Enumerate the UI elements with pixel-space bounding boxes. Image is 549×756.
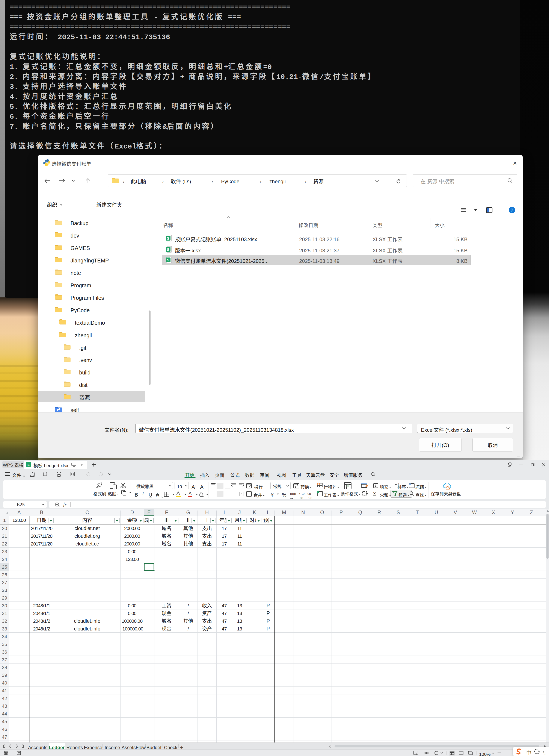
svg-text:13: 13: [237, 625, 242, 632]
svg-text:2017/11/20: 2017/11/20: [31, 540, 53, 547]
svg-text:17: 17: [222, 540, 227, 547]
svg-text:2048/1/1: 2048/1/1: [33, 602, 50, 609]
svg-text:28: 28: [2, 586, 7, 593]
svg-text:其他: 其他: [183, 524, 193, 532]
svg-text:P: P: [339, 509, 343, 516]
svg-text:0.00: 0.00: [128, 548, 136, 555]
svg-text:39: 39: [2, 671, 7, 678]
svg-text:K: K: [253, 509, 256, 516]
svg-text:其他: 其他: [183, 617, 193, 624]
svg-text:29: 29: [2, 594, 7, 601]
svg-text:42: 42: [2, 694, 7, 701]
svg-text:资产: 资产: [202, 625, 212, 632]
svg-text:其他: 其他: [183, 540, 193, 547]
svg-text:P: P: [267, 617, 270, 624]
svg-text:S: S: [167, 248, 169, 252]
svg-text:2017/11/20: 2017/11/20: [31, 524, 53, 531]
svg-text:0.00: 0.00: [128, 609, 136, 616]
svg-text:支出: 支出: [202, 524, 212, 532]
svg-text:2000.00: 2000.00: [124, 540, 140, 547]
svg-text:其他: 其他: [183, 532, 193, 539]
svg-text:P: P: [267, 601, 270, 609]
svg-text:22: 22: [2, 540, 7, 547]
svg-text:38: 38: [2, 664, 7, 670]
svg-text:内容: 内容: [82, 516, 92, 523]
svg-text:25: 25: [2, 563, 7, 570]
svg-text:43: 43: [2, 702, 7, 709]
svg-text:I: I: [224, 509, 225, 516]
svg-text:V: V: [454, 509, 457, 516]
svg-text:2000.00: 2000.00: [124, 524, 140, 531]
svg-text:工资: 工资: [162, 601, 171, 609]
svg-text:2017/11/20: 2017/11/20: [31, 532, 53, 539]
svg-text:123.00: 123.00: [126, 555, 139, 562]
svg-text:日期: 日期: [37, 516, 47, 523]
svg-text:cloudlet.info: cloudlet.info: [74, 617, 100, 624]
svg-text:2048/1/2: 2048/1/2: [33, 617, 50, 624]
svg-text:P: P: [267, 609, 270, 617]
svg-text:N: N: [301, 509, 305, 516]
svg-text:O: O: [320, 509, 324, 516]
svg-text:Y: Y: [511, 509, 514, 516]
svg-text:Ⅲ: Ⅲ: [164, 516, 169, 523]
svg-text:17: 17: [222, 532, 227, 539]
svg-text:40: 40: [2, 679, 7, 686]
svg-text:21: 21: [2, 532, 7, 539]
svg-text:Z: Z: [530, 509, 533, 516]
svg-text:24: 24: [2, 555, 7, 562]
svg-text:2048/1/2: 2048/1/2: [33, 625, 50, 632]
svg-text:13: 13: [237, 602, 242, 609]
svg-text:S: S: [167, 236, 169, 241]
svg-text:100000.00: 100000.00: [122, 617, 143, 624]
svg-text:T: T: [416, 509, 419, 516]
svg-text:11: 11: [237, 540, 242, 547]
svg-text:41: 41: [2, 687, 7, 694]
svg-text:A: A: [189, 491, 192, 496]
svg-text:R: R: [377, 509, 381, 516]
svg-text:123.00: 123.00: [12, 516, 26, 523]
svg-text:F: F: [165, 509, 168, 516]
svg-text:cloudlet.info: cloudlet.info: [74, 625, 100, 632]
svg-text:资产: 资产: [202, 609, 212, 617]
svg-text:1: 1: [3, 516, 6, 523]
svg-text:支出: 支出: [202, 617, 212, 624]
svg-text:-100000.00: -100000.00: [121, 625, 143, 632]
svg-text:域名: 域名: [162, 617, 171, 624]
svg-text:11: 11: [237, 532, 242, 539]
svg-text:35: 35: [2, 640, 7, 647]
svg-text:现金: 现金: [162, 609, 171, 617]
svg-text:域名: 域名: [162, 532, 171, 539]
svg-text:收入: 收入: [202, 601, 212, 609]
svg-text:C: C: [85, 509, 89, 516]
svg-text:D: D: [130, 509, 134, 516]
svg-text:M: M: [282, 509, 286, 516]
svg-text:27: 27: [2, 579, 7, 585]
svg-text:17: 17: [222, 524, 227, 531]
svg-text:W: W: [472, 509, 477, 516]
svg-text:37: 37: [2, 656, 7, 663]
svg-text:A: A: [17, 509, 21, 516]
svg-text:B: B: [40, 509, 43, 516]
svg-text:Ⅱ: Ⅱ: [186, 516, 191, 523]
svg-text:2000.00: 2000.00: [124, 532, 140, 539]
svg-text:金额: 金额: [127, 516, 137, 523]
svg-text:cloudlet.net: cloudlet.net: [75, 524, 100, 532]
svg-text:U: U: [434, 509, 438, 516]
svg-text:0.00: 0.00: [128, 602, 136, 609]
svg-text:?: ?: [511, 208, 513, 213]
svg-text:20: 20: [2, 524, 7, 531]
svg-text:32: 32: [2, 617, 7, 624]
svg-text:31: 31: [2, 609, 7, 616]
svg-text:47: 47: [222, 625, 227, 632]
svg-text:47: 47: [222, 602, 227, 609]
svg-text:J: J: [238, 509, 241, 516]
svg-text:Ⅰ: Ⅰ: [204, 516, 209, 523]
svg-text:Q: Q: [358, 509, 362, 516]
svg-text:34: 34: [2, 633, 7, 639]
svg-text:支出: 支出: [202, 540, 212, 547]
svg-text:X: X: [492, 509, 495, 516]
svg-text:域名: 域名: [162, 524, 171, 532]
svg-text:13: 13: [237, 617, 242, 624]
svg-text:2048/1/1: 2048/1/1: [33, 609, 50, 616]
svg-text:P: P: [267, 625, 270, 632]
